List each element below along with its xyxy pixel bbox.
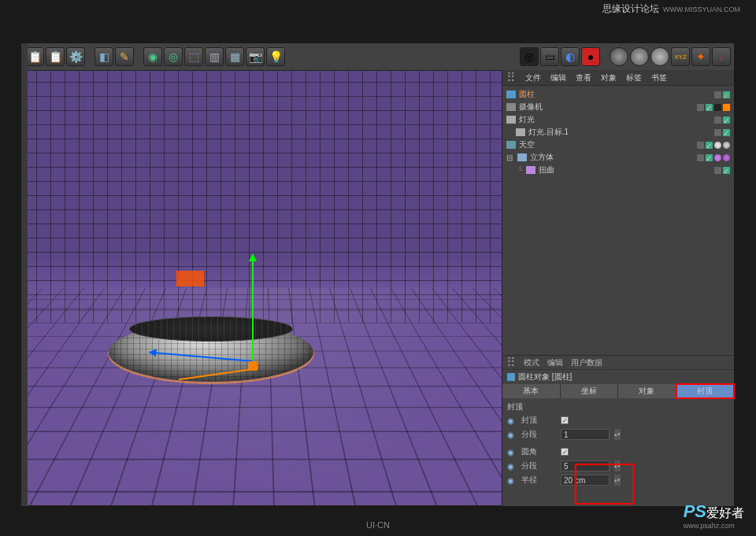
viewport-3d[interactable] <box>22 70 502 506</box>
gizmo-y-axis[interactable] <box>252 256 254 366</box>
tree-item-camera[interactable]: 摄像机 ✓ <box>506 101 730 113</box>
render-view[interactable]: ◎ <box>520 47 539 66</box>
sky-icon <box>506 141 516 149</box>
cylinder-object[interactable] <box>109 323 313 382</box>
tool-array[interactable]: ⬚ <box>184 47 203 66</box>
om-tab-bookmarks[interactable]: 书签 <box>651 72 667 83</box>
attr-menu-userdata[interactable]: 用户数据 <box>571 357 602 368</box>
deformer-icon <box>526 166 536 174</box>
tool-undo[interactable]: 📋 <box>25 47 44 66</box>
render-settings[interactable]: ◐ <box>561 47 580 66</box>
tree-item-bend[interactable]: └ 扭曲 ✓ <box>506 164 730 176</box>
tool-light[interactable]: 💡 <box>266 47 285 66</box>
tab-caps[interactable]: 封顶 <box>676 384 735 398</box>
watermark-top: 思缘设计论坛WWW.MISSYUAN.COM <box>602 2 740 16</box>
cylinder-small-icon <box>507 373 515 381</box>
tool-redo[interactable]: 📋 <box>46 47 65 66</box>
caps-section-header: 封顶 <box>507 401 729 413</box>
caps-seg-spinner[interactable]: ▴▾ <box>614 429 621 440</box>
null-icon <box>516 128 525 136</box>
tool-spline[interactable]: ◉ <box>143 47 162 66</box>
om-tab-object[interactable]: 对象 <box>601 72 617 83</box>
object-manager-menu: ⠿ 文件 编辑 查看 对象 标签 书签 <box>502 70 734 86</box>
cylinder-icon <box>506 91 516 98</box>
tool-nurbs[interactable]: ◎ <box>164 47 183 66</box>
tab-coord[interactable]: 坐标 <box>561 384 619 398</box>
tree-item-light-target[interactable]: 灯光.目标.1 ✓ <box>506 126 730 139</box>
caps-checkbox[interactable]: ✓ <box>561 416 569 424</box>
om-tab-tags[interactable]: 标签 <box>626 72 642 83</box>
attr-menu: ⠿ 模式 编辑 用户数据 <box>502 356 734 370</box>
om-tab-edit[interactable]: 编辑 <box>550 72 566 83</box>
tool-settings[interactable]: ⚙️ <box>66 47 85 66</box>
main-toolbar: 📋 📋 ⚙️ ◧ ✎ ◉ ◎ ⬚ ▥ ▦ 📷 💡 ◎ ▭ ◐ ● XYZ ✦ ↓ <box>22 43 734 70</box>
object-tree[interactable]: 圆柱 ✓ 摄像机 ✓ 灯光 ✓ 灯光.目标.1 ✓ <box>502 86 734 355</box>
tree-item-light[interactable]: 灯光 ✓ <box>506 113 730 126</box>
watermark-bottom: PS爱好者 www.psahz.com <box>684 501 744 530</box>
light-icon <box>506 116 516 124</box>
center-logo: UI·CN <box>366 520 390 530</box>
attr-menu-edit[interactable]: 编辑 <box>547 357 563 368</box>
attr-menu-mode[interactable]: 模式 <box>524 357 539 368</box>
mat-sphere3[interactable] <box>650 47 669 66</box>
tool-deform[interactable]: ▥ <box>205 47 224 66</box>
tool-move[interactable]: ↓ <box>712 47 731 66</box>
attr-tabs: 基本 坐标 对象 封顶 <box>502 384 734 398</box>
tab-basic[interactable]: 基本 <box>502 384 561 398</box>
grid <box>23 71 502 505</box>
tool-pan[interactable]: ✦ <box>691 47 710 66</box>
panel-resize-handle[interactable] <box>21 43 28 506</box>
app-window: 📋 📋 ⚙️ ◧ ✎ ◉ ◎ ⬚ ▥ ▦ 📷 💡 ◎ ▭ ◐ ● XYZ ✦ ↓ <box>22 43 734 506</box>
gizmo-center[interactable] <box>248 361 258 371</box>
tool-cube[interactable]: ◧ <box>94 47 113 66</box>
highlight-box-inputs <box>575 464 634 505</box>
camera-flag <box>176 271 204 286</box>
cube-icon <box>517 153 527 161</box>
mat-sphere1[interactable] <box>610 47 628 66</box>
camera-icon <box>506 103 516 111</box>
tree-item-cylinder[interactable]: 圆柱 ✓ <box>506 88 730 101</box>
attr-object-title: 圆柱对象 [圆柱] <box>502 370 734 384</box>
om-tab-view[interactable]: 查看 <box>576 72 591 83</box>
om-tab-file[interactable]: 文件 <box>525 72 541 83</box>
attr-caps-segments: ◉分段 ▴▾ <box>507 427 729 442</box>
tool-camera[interactable]: 📷 <box>246 47 265 66</box>
tree-item-sky[interactable]: 天空 ✓ <box>506 139 730 151</box>
caps-seg-input[interactable] <box>561 429 610 440</box>
tool-floor[interactable]: ▦ <box>225 47 244 66</box>
tool-pen[interactable]: ✎ <box>115 47 134 66</box>
fillet-checkbox[interactable]: ✓ <box>561 448 569 456</box>
attr-caps-enable: ◉封顶 ✓ <box>507 413 729 427</box>
render-active[interactable]: ● <box>581 47 600 66</box>
axis-xyz[interactable]: XYZ <box>671 47 690 66</box>
tab-object[interactable]: 对象 <box>618 384 676 398</box>
attr-fillet-enable: ◉圆角 ✓ <box>507 445 729 459</box>
tree-item-cube[interactable]: ⊟ 立方体 ✓ <box>506 151 730 164</box>
render-picture[interactable]: ▭ <box>540 47 559 66</box>
mat-sphere2[interactable] <box>630 47 649 66</box>
